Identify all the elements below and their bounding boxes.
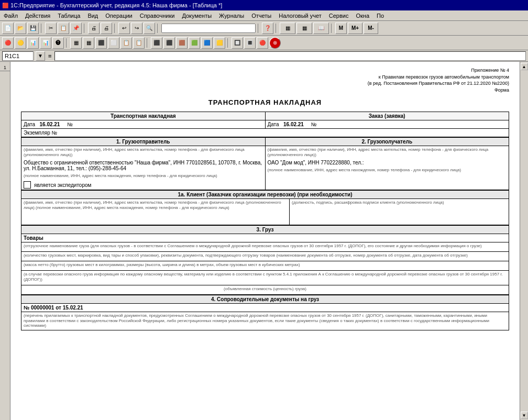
tb2-21[interactable]: ⊗ xyxy=(269,37,281,49)
tb2-13[interactable]: ⬛ xyxy=(163,37,175,49)
tb-paste[interactable]: 📌 xyxy=(70,23,82,34)
date-value-right: 16.02.21 xyxy=(283,121,304,127)
cell-reference[interactable]: R1C1 xyxy=(2,51,34,61)
sep7 xyxy=(331,24,333,33)
tb2-19[interactable]: 🔳 xyxy=(244,37,256,49)
tb2-16[interactable]: 🟦 xyxy=(201,37,213,49)
formula-edit[interactable] xyxy=(161,24,256,33)
doc-title: ТРАНСПОРТНАЯ НАКЛАДНАЯ xyxy=(21,98,509,106)
menu-operations[interactable]: Операции xyxy=(104,12,134,19)
menu-tax[interactable]: Налоговый учет xyxy=(277,12,323,19)
menu-reports[interactable]: Отчеты xyxy=(250,12,273,19)
scroll-up[interactable]: ▲ xyxy=(521,63,528,70)
toolbar-1: 📄 📂 💾 ✂ 📋 📌 🖨 🖨 ↩ ↪ 🔍 ❓ ▦ ▦ 📖 M M+ M- xyxy=(0,21,528,36)
doc-content: Приложение № 4 к Правилам перевозок груз… xyxy=(10,62,520,336)
cargo-small5: (объявленная стоимость (ценность) груза) xyxy=(24,286,507,292)
tb-cut[interactable]: ✂ xyxy=(45,23,57,34)
menu-file[interactable]: Файл xyxy=(2,12,19,19)
tb-copy[interactable]: 📋 xyxy=(58,23,69,34)
menu-journals[interactable]: Журналы xyxy=(217,12,246,19)
sep3 xyxy=(114,24,116,33)
menu-documents[interactable]: Документы xyxy=(180,12,213,19)
sender-small1: (фамилия, имя, отчество (при наличии), И… xyxy=(24,147,263,157)
document-area[interactable]: Приложение № 4 к Правилам перевозок груз… xyxy=(10,62,520,420)
tb2-2[interactable]: 🟡 xyxy=(15,37,26,49)
tb-search[interactable]: 🔍 xyxy=(144,23,155,34)
tb2-4[interactable]: 📊 xyxy=(40,37,51,49)
cargo-small1-row: (отгрузочное наименование груза (для опа… xyxy=(21,242,509,252)
tb2-10[interactable]: 📋 xyxy=(120,37,132,49)
tb-m[interactable]: M xyxy=(335,23,347,34)
main-area: 1 Приложение № 4 к Правилам перевозок гр… xyxy=(0,62,528,420)
tb-help1[interactable]: ❓ xyxy=(262,23,273,34)
sep8 xyxy=(66,38,68,48)
toolbar-2: 🔴 🟡 📊 📊 🅣 ▦ ▦ ⬛ ⬜ 📋 📋 ⬛ ⬛ 🟫 🟩 🟦 🟨 🔲 🔳 🔴 … xyxy=(0,36,528,50)
client-small2: (должность, подпись, расшифровка подписи… xyxy=(292,200,507,205)
tb-calc1[interactable]: ▦ xyxy=(280,23,295,34)
date-row-right: Дата 16.02.21 № xyxy=(265,120,509,129)
tb2-11[interactable]: 📋 xyxy=(133,37,145,49)
cargo-title: 3. Груз xyxy=(21,226,509,234)
tb2-5[interactable]: 🅣 xyxy=(52,37,64,49)
docs-small1: (перечень прилагаемых к транспортной нак… xyxy=(24,313,507,328)
title-bar: 🟥 1С:Предприятие - Бухгалтерский учет, р… xyxy=(0,0,528,10)
row-numbers: 1 xyxy=(0,62,10,420)
expeditor-label: является экспедитором xyxy=(34,182,91,188)
header-table: Транспортная накладная Заказ (заявка) Да… xyxy=(21,112,509,137)
formula-input[interactable] xyxy=(54,51,526,61)
tb2-9[interactable]: ⬜ xyxy=(108,37,119,49)
sender-title: 1. Грузоотправитель xyxy=(21,138,266,146)
menu-view[interactable]: Вид xyxy=(86,12,100,19)
vertical-scrollbar[interactable]: ▲ ▼ xyxy=(520,62,528,420)
scroll-down[interactable]: ▼ xyxy=(521,412,528,419)
menu-more[interactable]: По xyxy=(375,12,386,19)
tb-book[interactable]: 📖 xyxy=(313,23,329,34)
cargo-small4-row: (а случае перевозки опасного груза инфор… xyxy=(21,271,509,285)
tb2-20[interactable]: 🔴 xyxy=(257,37,268,49)
tb2-12[interactable]: ⬛ xyxy=(151,37,162,49)
tb2-18[interactable]: 🔲 xyxy=(232,37,243,49)
cargo-small3-row: (масса нетто (брутто) грузовых мест в ки… xyxy=(21,261,509,271)
client-title: 1а. Клиент (Заказчик организации перевоз… xyxy=(21,191,509,199)
num-label-right: № xyxy=(311,121,317,127)
receiver-small1: (фамилия, имя, отчество (при наличии), И… xyxy=(268,147,507,157)
num-label-left: № xyxy=(67,121,73,127)
tb2-14[interactable]: 🟫 xyxy=(176,37,188,49)
tb-save[interactable]: 💾 xyxy=(27,23,39,34)
menu-actions[interactable]: Действия xyxy=(24,12,52,19)
header-note: Приложение № 4 к Правилам перевозок груз… xyxy=(21,67,509,93)
menu-windows[interactable]: Окна xyxy=(354,12,371,19)
menu-service[interactable]: Сервис xyxy=(327,12,350,19)
transport-note-header: Транспортная накладная xyxy=(21,112,266,120)
menu-references[interactable]: Справочники xyxy=(138,12,177,19)
tb-new[interactable]: 📄 xyxy=(2,23,14,34)
tb2-1[interactable]: 🔴 xyxy=(2,37,14,49)
tb-open[interactable]: 📂 xyxy=(15,23,26,34)
tb-undo[interactable]: ↩ xyxy=(118,23,130,34)
sender-info: (фамилия, имя, отчество (при наличии), И… xyxy=(21,146,266,190)
doc-number: № 00000001 от 15.02.21 xyxy=(24,305,83,311)
sender-receiver-table: 1. Грузоотправитель 2. Грузополучатель (… xyxy=(21,137,509,190)
cargo-table: 3. Груз Товары (отгрузочное наименование… xyxy=(21,225,509,295)
sep10 xyxy=(227,38,229,48)
tb2-7[interactable]: ▦ xyxy=(83,37,94,49)
formula-arrow[interactable]: ▼ xyxy=(36,51,45,61)
tb-mplus[interactable]: M+ xyxy=(348,23,362,34)
receiver-title: 2. Грузополучатель xyxy=(265,138,509,146)
expeditor-checkbox[interactable] xyxy=(24,181,31,189)
tb-calc2[interactable]: ▦ xyxy=(296,23,312,34)
tb-mminus[interactable]: M- xyxy=(364,23,378,34)
tb2-3[interactable]: 📊 xyxy=(27,37,39,49)
tb2-17[interactable]: 🟨 xyxy=(214,37,225,49)
tb2-6[interactable]: ▦ xyxy=(70,37,82,49)
date-row-left: Дата 16.02.21 № xyxy=(21,120,266,129)
tb-print[interactable]: 🖨 xyxy=(88,23,100,34)
tb-redo[interactable]: ↪ xyxy=(131,23,142,34)
tb-print2[interactable]: 🖨 xyxy=(101,23,112,34)
menu-table[interactable]: Таблица xyxy=(56,12,82,19)
tb2-8[interactable]: ⬛ xyxy=(95,37,107,49)
tb2-15[interactable]: 🟩 xyxy=(189,37,200,49)
client-right: (должность, подпись, расшифровка подписи… xyxy=(290,199,509,225)
order-header: Заказ (заявка) xyxy=(265,112,509,120)
sep1 xyxy=(41,24,43,33)
